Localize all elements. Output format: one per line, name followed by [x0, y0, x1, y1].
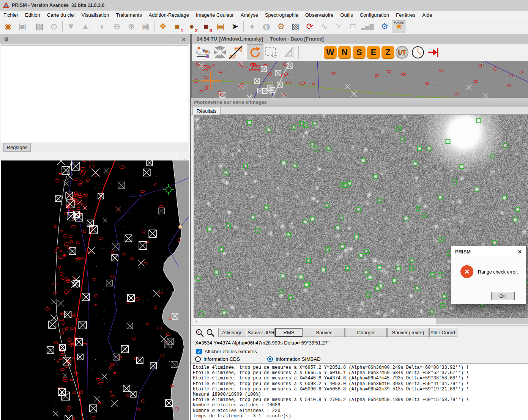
map-window: 24:54 TU [Window1.mapsky] Toulon - Baou … [192, 34, 528, 98]
tab-resultats[interactable]: Résultats [192, 107, 221, 115]
menu-item[interactable]: Configuration [356, 11, 392, 19]
settings-content-area[interactable] [1, 45, 188, 142]
info-cursor-icon[interactable]: ⊙ [47, 20, 61, 33]
settings-window: ⚙ – ✕ Réglages ⋰ [0, 34, 190, 420]
camera-3-icon[interactable]: ■3 [199, 20, 213, 33]
focus-star-icon[interactable]: ★FOCUS [392, 20, 406, 33]
photometry-button[interactable]: RMS [275, 328, 303, 337]
menu-item[interactable]: Spectrographie [262, 11, 302, 19]
settings-window-titlebar[interactable]: ⚙ – ✕ [0, 34, 190, 44]
log-line: Etoile éliminée, trop peu de mesures à X… [193, 381, 528, 387]
log-line: Etoile éliminée, trop peu de mesures à X… [193, 397, 528, 403]
zoom-out-icon[interactable]: ⊖ [110, 20, 124, 33]
photometry-button[interactable]: Sauver (Texte) [387, 328, 429, 337]
solar-system-icon[interactable] [195, 44, 211, 60]
planet-image-icon[interactable]: ◉ [1, 20, 15, 33]
direction-button[interactable]: N [338, 46, 351, 59]
photometry-button[interactable]: Charger [345, 328, 387, 337]
sync-rotate-icon[interactable]: ⟳ [303, 20, 317, 33]
blank-frame-icon[interactable]: □ [346, 20, 360, 33]
menu-item[interactable]: Aide [419, 11, 435, 19]
sky-chart-canvas[interactable] [1, 160, 189, 420]
image-adjust-icon[interactable]: ▨ [32, 20, 47, 33]
contrast-icon[interactable]: ◐ [95, 20, 110, 33]
ok-button[interactable]: OK [491, 292, 515, 300]
minimize-button[interactable]: – [167, 36, 170, 42]
scrollbar-thumb[interactable] [436, 318, 528, 324]
error-dialog-title: PRISM [455, 249, 471, 255]
information-simbad-radio[interactable] [267, 356, 273, 362]
clock-icon[interactable] [410, 44, 426, 60]
dome-shell-icon[interactable]: ❖ [156, 20, 170, 33]
camera-2-icon[interactable]: ●2 [184, 20, 199, 33]
menu-item[interactable]: Fenêtres [392, 11, 419, 19]
gears-automation-icon[interactable]: ⚙ [377, 20, 392, 33]
camera-1-icon[interactable]: ■1 [170, 20, 184, 33]
wrench-setup-icon[interactable]: ⚙ [274, 20, 288, 33]
crop-frame-icon[interactable]: ▦ [139, 20, 153, 33]
show-extracted-stars-checkbox[interactable]: ✓ [196, 349, 202, 354]
error-dialog-titlebar[interactable]: PRISM ✕ [451, 246, 526, 257]
menu-item[interactable]: Carte du ciel [44, 11, 78, 19]
menu-item[interactable]: Analyse [237, 11, 262, 19]
app-logo-icon [3, 2, 9, 8]
menu-item[interactable]: Fichier [0, 11, 22, 19]
direction-button[interactable]: W [324, 46, 337, 59]
flame-icon[interactable]: ♦ [245, 20, 259, 33]
photometry-button[interactable]: Aller Coord. [429, 328, 457, 337]
filter-wheel-icon[interactable]: ▤ [213, 20, 228, 33]
zoom-in-icon[interactable]: ⊕ [124, 20, 139, 33]
direction-button[interactable]: Z [381, 46, 394, 59]
splitter-handle[interactable] [177, 153, 177, 160]
log-line: Etoile éliminée, trop peu de mesures à X… [193, 387, 528, 392]
rotate-view-icon[interactable] [247, 44, 263, 60]
horizon-map-canvas[interactable] [192, 61, 528, 98]
protractor-icon[interactable] [280, 44, 297, 60]
calibration-image-icon[interactable]: ▧ [288, 20, 303, 33]
zoom-in-magnifier-icon[interactable] [195, 329, 205, 338]
direction-button[interactable]: E [367, 46, 380, 59]
map-window-titlebar[interactable]: 24:54 TU [Window1.mapsky] Toulon - Baou … [192, 34, 528, 44]
resize-grip[interactable]: ⋰ [184, 156, 188, 160]
scroll-left-arrow[interactable]: ‹ [194, 318, 200, 324]
cursor-coordinates: X=3534 Y=4374 Alpha=06h47m28.999s Delta=… [195, 340, 329, 346]
menu-item[interactable]: Edition [22, 11, 44, 19]
app-titlebar[interactable]: PRISM - Version Avancée 32 bits 11.0.3.6 [0, 0, 528, 11]
hand-pan-icon[interactable]: ☞ [331, 20, 346, 33]
select-rectangle-icon[interactable] [263, 44, 280, 60]
menu-item[interactable]: Imagerie Couleur [192, 11, 237, 19]
ut-globe-icon[interactable]: UT [394, 44, 410, 60]
photometry-button[interactable]: Affichage [218, 328, 246, 337]
menu-item[interactable]: Traitements [113, 11, 145, 19]
goto-position-icon[interactable] [426, 44, 440, 60]
menu-item[interactable]: Addition-Recalage [145, 11, 192, 19]
photometry-buttons: AffichageSauver JPGRMSSauverChargerSauve… [218, 328, 457, 337]
photometry-button[interactable]: Sauver JPG [247, 328, 275, 337]
direction-button[interactable]: S [353, 46, 366, 59]
menu-item[interactable]: Observatoire [302, 11, 337, 19]
close-button[interactable]: ✕ [181, 36, 186, 42]
arc-path-icon[interactable]: ∿ [317, 20, 331, 33]
information-simbad-label: Information SIMBAD [276, 356, 321, 362]
information-cds-radio[interactable] [195, 356, 201, 362]
gear-icon: ⚙ [4, 36, 9, 43]
fit-view-icon[interactable] [211, 44, 228, 60]
moon-sphere-icon[interactable]: ◍ [259, 20, 274, 33]
menu-item[interactable]: Outils [337, 11, 356, 19]
error-circle-icon: ✕ [460, 265, 473, 278]
main-toolbar-icons: ◉▣▨⊙▼▲◐⊖⊕▦❖■1●2■3▤➤♦◍⚙▧⟳∿☞□▂▅▇⚙★FOCUS [0, 19, 528, 34]
direction-buttons: WNSEZ [324, 46, 394, 59]
dialog-close-icon[interactable]: ✕ [518, 249, 522, 255]
histogram-icon[interactable]: ▂▅▇ [360, 20, 375, 33]
settings-splitter-strip: ⋰ [1, 152, 188, 160]
tab-reglages[interactable]: Réglages [3, 143, 31, 152]
flip-horizontal-icon[interactable]: ▲ [78, 20, 93, 33]
menu-item[interactable]: Visualisation [78, 11, 113, 19]
flip-vertical-icon[interactable]: ▼ [64, 20, 78, 33]
map-toolbar: EQ AZ [192, 44, 528, 61]
telescope-finder-icon[interactable]: ➤ [228, 20, 242, 33]
eq-az-toggle-icon[interactable]: EQ AZ [228, 45, 243, 60]
photometry-button[interactable]: Sauver [303, 328, 345, 337]
zoom-out-magnifier-icon[interactable] [206, 329, 215, 338]
save-icon[interactable]: ▣ [15, 20, 30, 33]
